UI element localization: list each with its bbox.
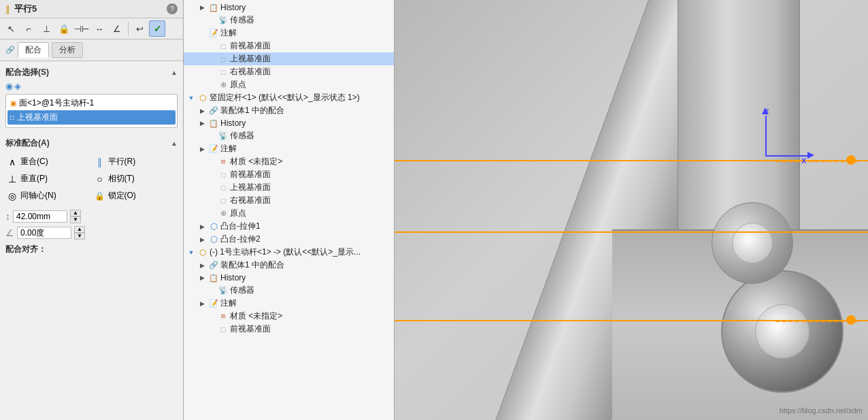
assembly1-label: 竖固定杆<1> (默认<<默认>_显示状态 1>) bbox=[210, 92, 360, 103]
distance-input[interactable] bbox=[13, 210, 67, 223]
perp-label: 垂直(P) bbox=[20, 173, 48, 184]
sel-item-1[interactable]: ▣ 面<1>@1号主动杆-1 bbox=[7, 96, 176, 110]
tree-item-assembly2[interactable]: ▼ ⬡ (-) 1号主动杆<1> -> (默认<<默认>_显示... bbox=[184, 246, 394, 259]
angle-input[interactable] bbox=[17, 227, 71, 239]
toolbar: ↖ ⌐ ⊥ 🔒 ⊣⊢ ↔ ∠ ↩ ✓ bbox=[0, 18, 183, 39]
history1-label: History bbox=[220, 118, 246, 128]
collapse-mate-btn[interactable]: ▲ bbox=[171, 69, 178, 76]
tree-item-rightplane[interactable]: □ 右视基准面 bbox=[184, 65, 394, 78]
coincident-icon: ∧ bbox=[7, 157, 18, 167]
tree-item-mates1[interactable]: ▶ 🔗 装配体1 中的配合 bbox=[184, 104, 394, 117]
help-button[interactable]: ? bbox=[167, 3, 178, 14]
assembly1-icon: ⬡ bbox=[197, 93, 208, 103]
tab-mate[interactable]: 配合 bbox=[18, 42, 49, 58]
mate-icon: 🔗 bbox=[5, 46, 15, 54]
tree-item-right1[interactable]: □ 右视基准面 bbox=[184, 194, 394, 207]
dist-icon: ↕ bbox=[5, 211, 10, 222]
distance-spinner[interactable]: ▲ ▼ bbox=[70, 210, 81, 223]
viewport[interactable]: https://blog.csdn.net/xdm Y X bbox=[395, 0, 868, 420]
undo-btn[interactable]: ↩ bbox=[131, 20, 148, 37]
angle-spin-up[interactable]: ▲ bbox=[74, 226, 85, 233]
tree-item-annot1[interactable]: ▶ 📝 注解 bbox=[184, 142, 394, 155]
tab-analyze[interactable]: 分析 bbox=[52, 42, 83, 58]
cursor-btn[interactable]: ↖ bbox=[3, 20, 19, 37]
tree-item-mates2[interactable]: ▶ 🔗 装配体1 中的配合 bbox=[184, 259, 394, 272]
rightplane-label: 右视基准面 bbox=[230, 66, 271, 78]
arrow-mates1: ▶ bbox=[197, 108, 207, 114]
face-icon: ▣ bbox=[10, 99, 16, 107]
perp-btn[interactable]: ⊥ bbox=[38, 20, 54, 37]
extrude1-label: 凸台-拉伸1 bbox=[220, 221, 261, 232]
material2-icon: ≡ bbox=[218, 311, 229, 322]
selection-box[interactable]: ▣ 面<1>@1号主动杆-1 □ 上视基准面 bbox=[5, 94, 178, 128]
tree-item-sensor2[interactable]: 📡 传感器 bbox=[184, 284, 394, 297]
extrude2-icon: ⬡ bbox=[208, 234, 219, 245]
tree-item-origin[interactable]: ⊕ 原点 bbox=[184, 78, 394, 91]
angle-btn[interactable]: ∠ bbox=[109, 20, 125, 37]
angle-spinner[interactable]: ▲ ▼ bbox=[74, 226, 85, 240]
angle-spin-down[interactable]: ▼ bbox=[74, 233, 85, 240]
mate-perpendicular[interactable]: ⊥ 垂直(P) bbox=[5, 172, 90, 186]
arrow-extrude2: ▶ bbox=[197, 236, 207, 243]
tree-item-history2[interactable]: ▶ 📋 History bbox=[184, 272, 394, 284]
tree-item-front2[interactable]: □ 前视基准面 bbox=[184, 323, 394, 336]
assembly2-icon: ⬡ bbox=[197, 247, 208, 258]
right1-label: 右视基准面 bbox=[230, 195, 271, 206]
topplane-icon: □ bbox=[218, 54, 229, 65]
collapse-std-btn[interactable]: ▲ bbox=[171, 140, 178, 147]
extrude2-label: 凸台-拉伸2 bbox=[220, 233, 261, 245]
tree-item-extrude1[interactable]: ▶ ⬡ 凸台-拉伸1 bbox=[184, 220, 394, 233]
std-mate-header: 标准配合(A) ▲ bbox=[5, 135, 178, 152]
annot1-label: 注解 bbox=[220, 143, 237, 155]
tree-item-origin1[interactable]: ⊕ 原点 bbox=[184, 207, 394, 220]
confirm-btn[interactable]: ✓ bbox=[149, 20, 165, 37]
tree-item-sensor-top[interactable]: 📡 传感器 bbox=[184, 14, 394, 27]
tree-item-sensor1[interactable]: 📡 传感器 bbox=[184, 129, 394, 142]
tree-item-extrude2[interactable]: ▶ ⬡ 凸台-拉伸2 bbox=[184, 233, 394, 246]
coincident-label: 重合(C) bbox=[20, 156, 48, 167]
assembly2-label: (-) 1号主动杆<1> -> (默认<<默认>_显示... bbox=[210, 246, 361, 258]
tree-item-frontplane[interactable]: □ 前视基准面 bbox=[184, 39, 394, 52]
mate-tangent[interactable]: ○ 相切(T) bbox=[93, 172, 178, 186]
tree-item-material2[interactable]: ≡ 材质 <未指定> bbox=[184, 310, 394, 323]
mate-selection-title: 配合选择(S) bbox=[5, 67, 49, 78]
panel-header: ∥ 平行5 ? bbox=[0, 0, 183, 18]
tree-item-annot2[interactable]: ▶ 📝 注解 bbox=[184, 297, 394, 310]
y-axis-label: Y bbox=[764, 108, 769, 116]
lock-btn[interactable]: 🔒 bbox=[56, 20, 72, 37]
mates2-label: 装配体1 中的配合 bbox=[220, 259, 284, 271]
top1-icon: □ bbox=[218, 182, 229, 193]
align-label: 配合对齐： bbox=[5, 244, 178, 255]
origin-label: 原点 bbox=[230, 79, 246, 91]
front1-label: 前视基准面 bbox=[230, 169, 271, 180]
rightplane-icon: □ bbox=[218, 67, 229, 78]
concentric-icon: ◎ bbox=[7, 191, 18, 201]
sensor2-label: 传感器 bbox=[230, 285, 254, 296]
tree-item-material1[interactable]: ≡ 材质 <未指定> bbox=[184, 155, 394, 168]
tree-item-topplane[interactable]: □ 上视基准面 bbox=[184, 52, 394, 65]
line-btn[interactable]: ⌐ bbox=[20, 20, 37, 37]
spin-down[interactable]: ▼ bbox=[70, 216, 81, 223]
tree-panel[interactable]: ▶ 📋 History 📡 传感器 📝 注解 □ 前视基准面 □ 上视基准面 □ bbox=[184, 0, 395, 420]
arrow-assembly1: ▼ bbox=[186, 95, 196, 101]
arrow-history2: ▶ bbox=[197, 274, 207, 281]
tree-item-assembly1[interactable]: ▼ ⬡ 竖固定杆<1> (默认<<默认>_显示状态 1>) bbox=[184, 91, 394, 104]
origin1-icon: ⊕ bbox=[218, 208, 229, 219]
tree-item-top1[interactable]: □ 上视基准面 bbox=[184, 181, 394, 194]
mate-parallel[interactable]: ∥ 平行(R) bbox=[93, 155, 178, 169]
mate-lock[interactable]: 🔒 锁定(O) bbox=[93, 189, 178, 203]
sym-btn[interactable]: ⊣⊢ bbox=[73, 20, 90, 37]
tree-item-front1[interactable]: □ 前视基准面 bbox=[184, 168, 394, 181]
arrow-annot1: ▶ bbox=[197, 146, 207, 152]
flip-btn[interactable]: ↔ bbox=[91, 20, 107, 37]
sel-item-2[interactable]: □ 上视基准面 bbox=[7, 110, 176, 125]
lock-label: 锁定(O) bbox=[108, 190, 136, 201]
mate-coincident[interactable]: ∧ 重合(C) bbox=[5, 155, 90, 169]
front1-icon: □ bbox=[218, 169, 229, 180]
tree-item-history-top[interactable]: ▶ 📋 History bbox=[184, 1, 394, 14]
tree-item-history1[interactable]: ▶ 📋 History bbox=[184, 117, 394, 129]
tree-item-annot-top[interactable]: 📝 注解 bbox=[184, 27, 394, 39]
annot1-icon: 📝 bbox=[208, 144, 219, 155]
spin-up[interactable]: ▲ bbox=[70, 210, 81, 216]
mate-concentric[interactable]: ◎ 同轴心(N) bbox=[5, 189, 90, 203]
